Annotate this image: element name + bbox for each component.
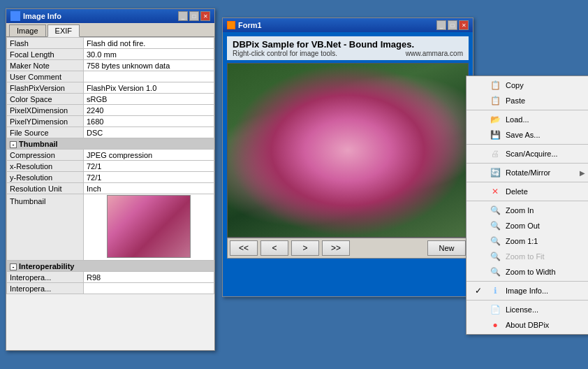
menu-label-zoomin: Zoom In xyxy=(506,206,580,215)
menu-icon-zoomfit: 🔍 xyxy=(489,251,501,262)
menu-label-zoomfit: Zoom to Fit xyxy=(506,252,585,261)
menu-icon-zoom1: 🔍 xyxy=(489,236,501,247)
row-value: 72/1 xyxy=(84,161,214,172)
menu-icon-aboutdbpix: ● xyxy=(489,319,501,331)
menu-item-saveas[interactable]: 💾 Save As... xyxy=(466,127,588,143)
row-label: Flash xyxy=(7,38,84,49)
menu-icon-paste: 📋 xyxy=(489,95,501,106)
row-value: sRGB xyxy=(84,94,214,105)
menu-icon-rotate: 🔄 xyxy=(489,167,501,178)
menu-item-load[interactable]: 📂 Load... xyxy=(466,112,588,127)
close-button[interactable]: ✕ xyxy=(200,11,210,21)
row-value: DSC xyxy=(84,127,214,138)
form1-title: Form1 xyxy=(238,21,262,29)
window-icon xyxy=(10,11,20,21)
form1-titlebar: Form1 _ □ ✕ xyxy=(223,18,473,32)
menu-label-load: Load... xyxy=(506,115,585,124)
rose-image xyxy=(228,64,468,237)
form1-window: Form1 _ □ ✕ DBPix Sample for VB.Net - Bo… xyxy=(222,17,473,297)
row-label: PixelXDimension xyxy=(7,105,84,116)
image-display[interactable] xyxy=(227,63,469,238)
menu-icon-load: 📂 xyxy=(489,114,501,125)
menu-icon-license: 📄 xyxy=(489,304,501,315)
table-row: User Comment xyxy=(7,71,214,82)
sub-right: www.ammara.com xyxy=(406,50,463,57)
exif-table-container[interactable]: FlashFlash did not fire.Focal Length30.0… xyxy=(6,37,214,347)
row-label: y-Resolution xyxy=(7,172,84,183)
menu-separator xyxy=(466,182,588,182)
form-maximize-button[interactable]: □ xyxy=(448,20,457,30)
menu-item-rotate[interactable]: 🔄 Rotate/Mirror ▶ xyxy=(466,165,588,180)
table-row: CompressionJPEG compression xyxy=(7,150,214,161)
sub-left: Right-click control for image tools. xyxy=(233,50,337,57)
image-info-window: Image Info _ □ ✕ Image EXIF FlashFlash d… xyxy=(6,8,215,351)
app-title: DBPix Sample for VB.Net - Bound Images. xyxy=(233,39,463,50)
nav-last-button[interactable]: >> xyxy=(322,240,350,256)
menu-label-saveas: Save As... xyxy=(506,131,585,139)
menu-separator xyxy=(466,300,588,301)
row-label: x-Resolution xyxy=(7,161,84,172)
row-value: JPEG compression xyxy=(84,150,214,161)
form-minimize-button[interactable]: _ xyxy=(436,20,446,30)
row-label: Compression xyxy=(7,150,84,161)
row-value: 72/1 xyxy=(84,172,214,183)
menu-item-zoomin[interactable]: 🔍 Zoom In xyxy=(466,203,588,218)
menu-item-license[interactable]: 📄 License... xyxy=(466,302,588,317)
menu-item-imageinfo[interactable]: ✓ ℹ Image Info... xyxy=(466,283,588,298)
exif-table: FlashFlash did not fire.Focal Length30.0… xyxy=(6,37,214,294)
table-row: PixelXDimension2240 xyxy=(7,105,214,116)
menu-label-paste: Paste xyxy=(506,96,585,105)
menu-item-aboutdbpix[interactable]: ● About DBPix xyxy=(466,317,588,333)
maximize-button[interactable]: □ xyxy=(189,11,199,21)
table-row: y-Resolution72/1 xyxy=(7,172,214,183)
row-value: R98 xyxy=(84,272,214,283)
tab-image[interactable]: Image xyxy=(9,24,46,36)
thumbnail-image-row: Thumbnail xyxy=(7,194,214,261)
nav-next-button[interactable]: > xyxy=(291,240,319,256)
menu-item-zoomout[interactable]: 🔍 Zoom Out xyxy=(466,218,588,233)
nav-prev-button[interactable]: < xyxy=(260,240,288,256)
menu-icon-zoomwidth: 🔍 xyxy=(489,266,501,277)
menu-item-copy[interactable]: 📋 Copy xyxy=(466,78,588,93)
table-row: x-Resolution72/1 xyxy=(7,161,214,172)
menu-separator xyxy=(466,110,588,110)
menu-item-paste[interactable]: 📋 Paste xyxy=(466,93,588,108)
menu-item-zoomwidth[interactable]: 🔍 Zoom to Width xyxy=(466,264,588,280)
row-label: FlashPixVersion xyxy=(7,82,84,94)
tab-exif[interactable]: EXIF xyxy=(47,24,80,37)
row-label: Maker Note xyxy=(7,60,84,71)
menu-label-delete: Delete xyxy=(506,187,585,196)
menu-label-imageinfo: Image Info... xyxy=(506,287,585,295)
menu-icon-scan: 🖨 xyxy=(489,148,501,159)
menu-item-scan[interactable]: 🖨 Scan/Acquire... xyxy=(466,146,588,161)
row-label: Resolution Unit xyxy=(7,183,84,194)
row-value: 1680 xyxy=(84,116,214,127)
minimize-button[interactable]: _ xyxy=(178,11,188,21)
row-value: FlashPix Version 1.0 xyxy=(84,82,214,94)
table-row: Interopera... xyxy=(7,283,214,294)
nav-new-button[interactable]: New xyxy=(427,240,466,256)
nav-bar: << < > >> New xyxy=(227,238,469,259)
row-label: Focal Length xyxy=(7,49,84,60)
menu-check-imageinfo: ✓ xyxy=(472,286,485,296)
thumbnail-section-header[interactable]: -Thumbnail xyxy=(7,138,214,150)
row-value: Inch xyxy=(84,183,214,194)
menu-item-delete[interactable]: ✕ Delete xyxy=(466,184,588,199)
menu-icon-delete: ✕ xyxy=(489,186,501,197)
menu-item-zoomfit: 🔍 Zoom to Fit xyxy=(466,249,588,264)
table-row: PixelYDimension1680 xyxy=(7,116,214,127)
menu-label-license: License... xyxy=(506,305,585,314)
row-label: File Source xyxy=(7,127,84,138)
menu-item-zoom1[interactable]: 🔍 Zoom 1:1 xyxy=(466,233,588,249)
table-row: Interopera...R98 xyxy=(7,272,214,283)
interoperability-section-header[interactable]: -Interoperability xyxy=(7,261,214,272)
menu-separator xyxy=(466,201,588,201)
table-row: Resolution UnitInch xyxy=(7,183,214,194)
form-close-button[interactable]: ✕ xyxy=(459,20,469,30)
thumbnail-image-cell xyxy=(84,194,214,261)
menu-icon-zoomout: 🔍 xyxy=(489,220,501,231)
image-info-titlebar: Image Info _ □ ✕ xyxy=(6,9,214,23)
menu-icon-saveas: 💾 xyxy=(489,129,501,140)
nav-first-button[interactable]: << xyxy=(230,240,258,256)
form-header: DBPix Sample for VB.Net - Bound Images. … xyxy=(227,36,469,60)
